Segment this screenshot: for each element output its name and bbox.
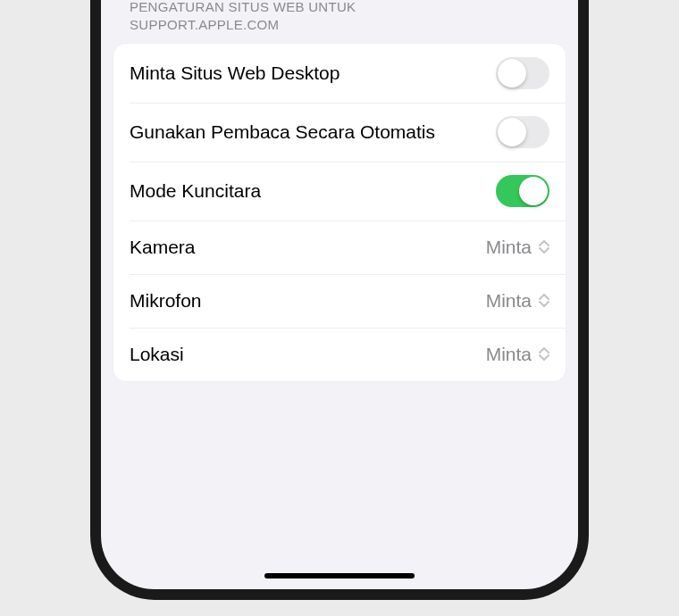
value-selector-camera[interactable]: Minta: [486, 237, 549, 258]
row-lockdown-mode[interactable]: Mode Kuncitara: [113, 162, 566, 221]
value-selector-microphone[interactable]: Minta: [486, 290, 549, 312]
row-use-reader-auto[interactable]: Gunakan Pembaca Secara Otomatis: [113, 103, 566, 162]
row-label: Gunakan Pembaca Secara Otomatis: [130, 120, 496, 144]
chevron-up-down-icon: [539, 240, 549, 254]
toggle-knob: [519, 177, 548, 205]
row-location[interactable]: Lokasi Minta: [113, 328, 566, 381]
section-header-line1: PENGATURAN SITUS WEB UNTUK: [130, 0, 356, 14]
value-text: Minta: [486, 344, 532, 365]
toggle-use-reader-auto[interactable]: [496, 116, 549, 148]
row-label: Kamera: [130, 235, 486, 259]
row-label: Mikrofon: [130, 288, 486, 312]
toggle-request-desktop-site[interactable]: [496, 57, 549, 89]
row-request-desktop-site[interactable]: Minta Situs Web Desktop: [113, 44, 566, 103]
section-header: PENGATURAN SITUS WEB UNTUK SUPPORT.APPLE…: [113, 0, 566, 44]
toggle-lockdown-mode[interactable]: [496, 175, 549, 207]
phone-screen: PENGATURAN SITUS WEB UNTUK SUPPORT.APPLE…: [101, 0, 578, 589]
settings-group: Minta Situs Web Desktop Gunakan Pembaca …: [113, 44, 566, 381]
phone-frame: PENGATURAN SITUS WEB UNTUK SUPPORT.APPLE…: [90, 0, 589, 600]
toggle-knob: [498, 59, 526, 87]
value-text: Minta: [486, 237, 532, 258]
chevron-up-down-icon: [539, 347, 549, 361]
row-microphone[interactable]: Mikrofon Minta: [113, 274, 566, 328]
row-label: Mode Kuncitara: [130, 179, 496, 203]
value-selector-location[interactable]: Minta: [486, 344, 549, 365]
chevron-up-down-icon: [539, 294, 549, 307]
home-indicator[interactable]: [264, 573, 415, 579]
row-label: Minta Situs Web Desktop: [130, 61, 496, 85]
value-text: Minta: [486, 290, 532, 312]
row-label: Lokasi: [130, 342, 486, 366]
section-header-line2: SUPPORT.APPLE.COM: [130, 17, 279, 32]
toggle-knob: [498, 118, 526, 146]
row-camera[interactable]: Kamera Minta: [113, 221, 566, 274]
